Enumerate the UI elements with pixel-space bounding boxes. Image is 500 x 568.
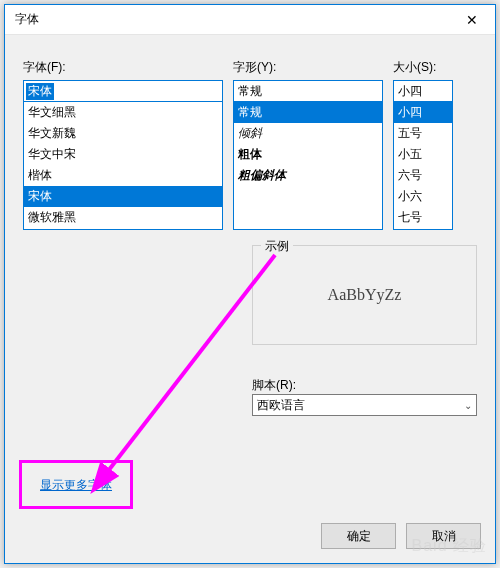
svg-line-0 — [105, 255, 275, 475]
size-input[interactable] — [393, 80, 453, 102]
list-item[interactable]: 六号 — [394, 165, 452, 186]
size-column: 大小(S): 小四五号小五六号小六七号八号 — [393, 59, 453, 230]
close-button[interactable]: ✕ — [449, 5, 495, 35]
watermark: Baid 经验 — [412, 536, 487, 557]
font-dialog: 字体 ✕ 字体(F): 宋体 华文细黑华文新魏华文中宋楷体宋体微软雅黑新宋体 字… — [4, 4, 496, 564]
list-item[interactable]: 五号 — [394, 123, 452, 144]
script-label: 脚本(R): — [252, 378, 296, 392]
font-listbox[interactable]: 华文细黑华文新魏华文中宋楷体宋体微软雅黑新宋体 — [23, 102, 223, 230]
sample-fieldset: 示例 AaBbYyZz — [252, 245, 477, 345]
list-item[interactable]: 粗偏斜体 — [234, 165, 382, 186]
list-item[interactable]: 八号 — [394, 228, 452, 230]
show-more-fonts-link[interactable]: 显示更多字体 — [40, 478, 112, 492]
font-input[interactable] — [23, 80, 223, 102]
list-item[interactable]: 小六 — [394, 186, 452, 207]
list-item[interactable]: 宋体 — [24, 186, 222, 207]
font-label: 字体(F): — [23, 59, 223, 76]
list-item[interactable]: 新宋体 — [24, 228, 222, 230]
style-input[interactable] — [233, 80, 383, 102]
list-item[interactable]: 粗体 — [234, 144, 382, 165]
list-item[interactable]: 小四 — [394, 102, 452, 123]
list-item[interactable]: 微软雅黑 — [24, 207, 222, 228]
sample-section: 示例 AaBbYyZz — [252, 245, 477, 345]
font-column: 字体(F): 宋体 华文细黑华文新魏华文中宋楷体宋体微软雅黑新宋体 — [23, 59, 223, 230]
size-label: 大小(S): — [393, 59, 453, 76]
list-item[interactable]: 华文细黑 — [24, 102, 222, 123]
titlebar: 字体 ✕ — [5, 5, 495, 35]
list-item[interactable]: 常规 — [234, 102, 382, 123]
ok-button[interactable]: 确定 — [321, 523, 396, 549]
size-listbox[interactable]: 小四五号小五六号小六七号八号 — [393, 102, 453, 230]
style-listbox[interactable]: 常规倾斜粗体粗偏斜体 — [233, 102, 383, 230]
sample-text: AaBbYyZz — [328, 286, 402, 304]
list-item[interactable]: 华文中宋 — [24, 144, 222, 165]
list-item[interactable]: 华文新魏 — [24, 123, 222, 144]
list-item[interactable]: 楷体 — [24, 165, 222, 186]
chevron-down-icon: ⌄ — [464, 400, 472, 411]
list-item[interactable]: 小五 — [394, 144, 452, 165]
top-row: 字体(F): 宋体 华文细黑华文新魏华文中宋楷体宋体微软雅黑新宋体 字形(Y):… — [23, 59, 477, 230]
sample-legend: 示例 — [261, 238, 293, 255]
list-item[interactable]: 倾斜 — [234, 123, 382, 144]
more-fonts-highlight: 显示更多字体 — [19, 460, 133, 509]
script-section: 脚本(R): 西欧语言 ⌄ — [252, 375, 477, 416]
style-column: 字形(Y): 常规倾斜粗体粗偏斜体 — [233, 59, 383, 230]
style-label: 字形(Y): — [233, 59, 383, 76]
dialog-content: 字体(F): 宋体 华文细黑华文新魏华文中宋楷体宋体微软雅黑新宋体 字形(Y):… — [5, 35, 495, 230]
close-icon: ✕ — [466, 12, 478, 28]
list-item[interactable]: 七号 — [394, 207, 452, 228]
script-value: 西欧语言 — [257, 397, 305, 414]
dialog-title: 字体 — [15, 11, 39, 28]
script-dropdown[interactable]: 西欧语言 ⌄ — [252, 394, 477, 416]
